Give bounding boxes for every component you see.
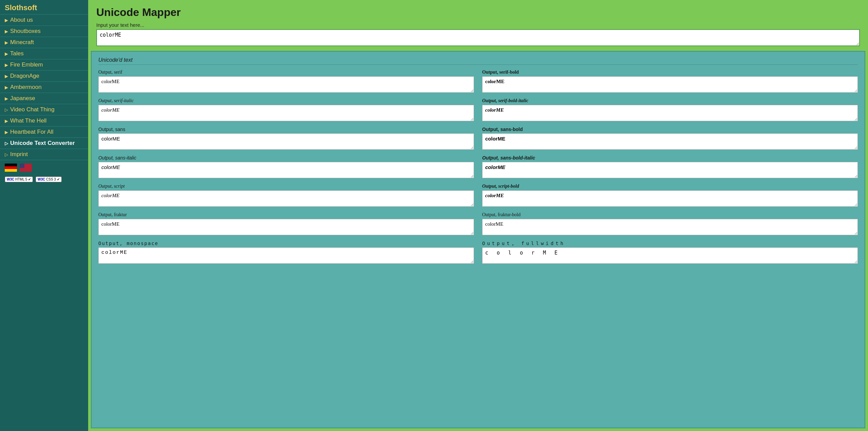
sidebar-item-shoutboxes[interactable]: ▶Shoutboxes <box>0 26 88 37</box>
output-section: Unicode'd text Output, serifOutput, seri… <box>91 51 865 428</box>
sidebar-item-minecraft[interactable]: ▶Minecraft <box>0 37 88 48</box>
output-textarea-out-fullwidth[interactable] <box>482 247 858 264</box>
sidebar-item-what-the-hell[interactable]: ▶What The Hell <box>0 115 88 127</box>
sidebar-item-label: What The Hell <box>10 117 46 124</box>
output-label-out-fraktur: Output, fraktur <box>98 212 474 218</box>
output-textarea-out-serif-italic[interactable] <box>98 105 474 121</box>
sidebar-item-label: Tales <box>10 50 24 57</box>
output-group-out-monospace: Output, monospace <box>98 241 474 264</box>
sidebar: Slothsoft ▶About us▶Shoutboxes▶Minecraft… <box>0 0 88 431</box>
output-label-out-fraktur-bold: Output, fraktur-bold <box>482 212 858 218</box>
w3c-css-badge[interactable]: W3C CSS 3 ✔ <box>36 176 62 182</box>
sidebar-item-label: Video Chat Thing <box>10 106 55 113</box>
sidebar-item-label: Fire Emblem <box>10 61 43 68</box>
sidebar-item-label: Unicode Text Converter <box>10 140 75 147</box>
sidebar-item-about-us[interactable]: ▶About us <box>0 15 88 26</box>
output-textarea-out-fraktur[interactable] <box>98 219 474 235</box>
output-label-out-sans-italic: Output, sans-italic <box>98 155 474 161</box>
output-group-out-fraktur-bold: Output, fraktur-bold <box>482 212 858 235</box>
flag-row <box>0 160 88 175</box>
output-textarea-out-sans[interactable] <box>98 133 474 150</box>
output-group-out-fraktur: Output, fraktur <box>98 212 474 235</box>
output-group-out-serif-italic: Output, serif-italic <box>98 98 474 121</box>
sidebar-item-label: Japanese <box>10 95 35 102</box>
output-section-title: Unicode'd text <box>98 57 858 65</box>
arrow-icon: ▷ <box>5 107 8 112</box>
output-label-out-sans-bold: Output, sans-bold <box>482 127 858 132</box>
output-textarea-out-script[interactable] <box>98 190 474 207</box>
output-label-out-monospace: Output, monospace <box>98 241 474 246</box>
output-textarea-out-sans-italic[interactable] <box>98 162 474 178</box>
output-textarea-out-sans-bold-italic[interactable] <box>482 162 858 178</box>
flag-us[interactable] <box>20 164 32 172</box>
output-textarea-out-sans-bold[interactable] <box>482 133 858 150</box>
output-textarea-out-serif-bold[interactable] <box>482 76 858 93</box>
arrow-icon: ▷ <box>5 152 8 157</box>
output-label-out-sans: Output, sans <box>98 127 474 132</box>
sidebar-item-ambermoon[interactable]: ▶Ambermoon <box>0 82 88 93</box>
output-label-out-serif-italic: Output, serif-italic <box>98 98 474 104</box>
sidebar-item-label: Heartbeat For All <box>10 129 54 135</box>
w3c-html-badge[interactable]: W3C HTML 5 ✔ <box>5 176 33 182</box>
main-input[interactable] <box>96 29 860 46</box>
sidebar-item-label: Ambermoon <box>10 84 42 91</box>
arrow-icon: ▶ <box>5 130 8 135</box>
output-textarea-out-serif-bold-italic[interactable] <box>482 105 858 121</box>
output-group-out-sans-bold: Output, sans-bold <box>482 127 858 150</box>
sidebar-item-imprint[interactable]: ▷Imprint <box>0 149 88 160</box>
output-group-out-script-bold: Output, script-bold <box>482 184 858 207</box>
output-label-out-serif: Output, serif <box>98 70 474 75</box>
output-group-out-serif: Output, serif <box>98 70 474 93</box>
sidebar-item-label: Shoutboxes <box>10 28 41 35</box>
output-group-out-sans-italic: Output, sans-italic <box>98 155 474 178</box>
output-group-out-serif-bold-italic: Output, serif-bold-italic <box>482 98 858 121</box>
output-group-out-fullwidth: Output, fullwidth <box>482 241 858 264</box>
sidebar-item-label: About us <box>10 17 33 23</box>
input-label: Input your text here... <box>96 22 860 28</box>
output-textarea-out-serif[interactable] <box>98 76 474 93</box>
output-label-out-script: Output, script <box>98 184 474 189</box>
sidebar-item-label: Minecraft <box>10 39 34 46</box>
arrow-icon: ▶ <box>5 29 8 34</box>
page-header: Unicode Mapper <box>88 0 868 22</box>
output-group-out-sans: Output, sans <box>98 127 474 150</box>
output-textarea-out-monospace[interactable] <box>98 247 474 264</box>
sidebar-item-dragonage[interactable]: ▶DragonAge <box>0 71 88 82</box>
output-label-out-script-bold: Output, script-bold <box>482 184 858 189</box>
sidebar-item-video-chat-thing[interactable]: ▷Video Chat Thing <box>0 104 88 115</box>
main-content: Unicode Mapper Input your text here... U… <box>88 0 868 431</box>
output-textarea-out-fraktur-bold[interactable] <box>482 219 858 235</box>
sidebar-item-heartbeat-for-all[interactable]: ▶Heartbeat For All <box>0 127 88 138</box>
output-label-out-fullwidth: Output, fullwidth <box>482 241 858 246</box>
arrow-icon: ▶ <box>5 18 8 23</box>
sidebar-item-tales[interactable]: ▶Tales <box>0 48 88 59</box>
sidebar-item-label: DragonAge <box>10 73 39 79</box>
arrow-icon: ▶ <box>5 118 8 124</box>
site-title: Slothsoft <box>0 0 88 15</box>
input-section: Input your text here... <box>88 22 868 51</box>
sidebar-item-label: Imprint <box>10 151 28 158</box>
arrow-icon: ▶ <box>5 51 8 56</box>
arrow-icon: ▶ <box>5 96 8 101</box>
sidebar-item-unicode-text-converter[interactable]: ▷Unicode Text Converter <box>0 138 88 149</box>
sidebar-item-fire-emblem[interactable]: ▶Fire Emblem <box>0 59 88 71</box>
output-label-out-sans-bold-italic: Output, sans-bold-italic <box>482 155 858 161</box>
arrow-icon: ▶ <box>5 62 8 68</box>
output-textarea-out-script-bold[interactable] <box>482 190 858 207</box>
output-group-out-sans-bold-italic: Output, sans-bold-italic <box>482 155 858 178</box>
sidebar-item-japanese[interactable]: ▶Japanese <box>0 93 88 104</box>
arrow-icon: ▷ <box>5 141 8 146</box>
flag-de[interactable] <box>5 164 17 172</box>
arrow-icon: ▶ <box>5 85 8 90</box>
output-grid: Output, serifOutput, serif-boldOutput, s… <box>98 70 858 264</box>
nav-list: ▶About us▶Shoutboxes▶Minecraft▶Tales▶Fir… <box>0 15 88 160</box>
output-label-out-serif-bold-italic: Output, serif-bold-italic <box>482 98 858 104</box>
arrow-icon: ▶ <box>5 74 8 79</box>
output-group-out-script: Output, script <box>98 184 474 207</box>
output-label-out-serif-bold: Output, serif-bold <box>482 70 858 75</box>
arrow-icon: ▶ <box>5 40 8 45</box>
output-group-out-serif-bold: Output, serif-bold <box>482 70 858 93</box>
page-title: Unicode Mapper <box>96 6 860 19</box>
w3c-row: W3C HTML 5 ✔ W3C CSS 3 ✔ <box>0 175 88 186</box>
